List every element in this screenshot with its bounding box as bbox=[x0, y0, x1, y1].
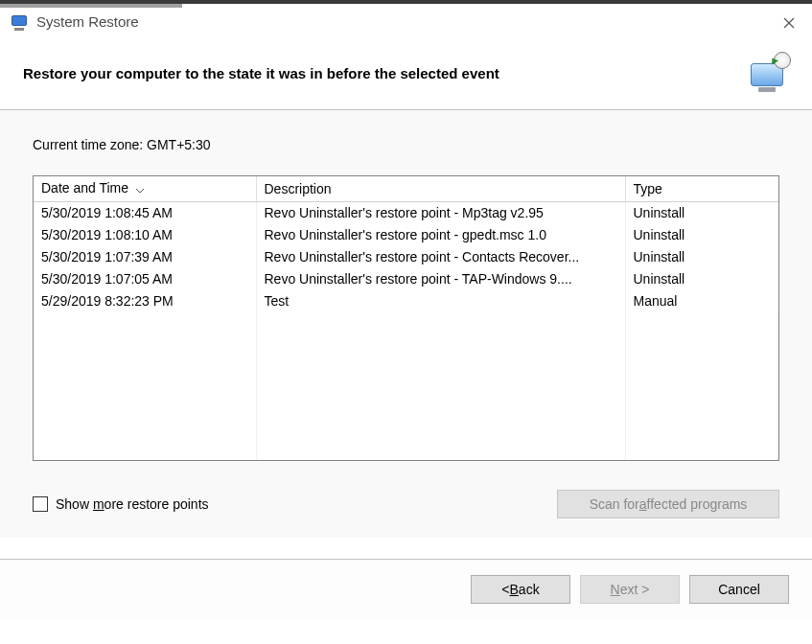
table-cell-empty bbox=[34, 422, 256, 444]
wizard-footer: < Back Next > Cancel bbox=[0, 560, 812, 619]
back-button[interactable]: < Back bbox=[471, 575, 570, 604]
column-header-description-label: Description bbox=[265, 181, 332, 196]
table-row[interactable]: 5/30/2019 1:08:45 AMRevo Uninstaller's r… bbox=[34, 201, 778, 223]
table-cell-empty bbox=[34, 400, 256, 422]
table-cell-empty bbox=[625, 378, 778, 400]
table-row-empty bbox=[34, 334, 778, 356]
close-button[interactable] bbox=[777, 12, 800, 34]
table-cell-empty bbox=[34, 334, 256, 356]
table-cell: Manual bbox=[625, 289, 778, 311]
table-row-empty bbox=[34, 444, 778, 461]
timezone-label: Current time zone: GMT+5:30 bbox=[33, 137, 779, 152]
titlebar-border-accent bbox=[0, 4, 182, 8]
table-cell-empty bbox=[256, 422, 625, 444]
table-row[interactable]: 5/30/2019 1:07:39 AMRevo Uninstaller's r… bbox=[34, 245, 778, 267]
header: Restore your computer to the state it wa… bbox=[0, 38, 812, 109]
table-cell-empty bbox=[34, 444, 256, 461]
below-table-row: Show more restore points Scan for affect… bbox=[33, 490, 779, 518]
table-cell-empty bbox=[256, 311, 625, 334]
system-restore-icon bbox=[10, 12, 29, 31]
table-cell-empty bbox=[256, 356, 625, 378]
table-cell-empty bbox=[34, 311, 256, 334]
table-cell-empty bbox=[34, 356, 256, 378]
table-cell-empty bbox=[625, 311, 778, 334]
content-area: Current time zone: GMT+5:30 Date and Tim… bbox=[0, 110, 812, 538]
table-cell: Uninstall bbox=[625, 267, 778, 289]
table-cell: Revo Uninstaller's restore point - TAP-W… bbox=[256, 267, 625, 289]
table-cell: Test bbox=[256, 289, 625, 311]
table-cell: Uninstall bbox=[625, 201, 778, 223]
show-more-label: Show more restore points bbox=[56, 496, 209, 512]
show-more-checkbox[interactable]: Show more restore points bbox=[33, 496, 209, 512]
restore-monitor-icon bbox=[749, 54, 789, 92]
column-header-type[interactable]: Type bbox=[625, 176, 778, 201]
window-title: System Restore bbox=[36, 13, 139, 30]
table-row-empty bbox=[34, 378, 778, 400]
table-cell: Revo Uninstaller's restore point - Mp3ta… bbox=[256, 201, 625, 223]
next-button: Next > bbox=[580, 575, 680, 604]
table-row[interactable]: 5/30/2019 1:07:05 AMRevo Uninstaller's r… bbox=[34, 267, 778, 289]
table-cell: 5/29/2019 8:32:23 PM bbox=[34, 289, 256, 311]
table-cell-empty bbox=[256, 378, 625, 400]
table-cell: 5/30/2019 1:07:39 AM bbox=[34, 245, 256, 267]
restore-points-table[interactable]: Date and Time Description Type 5/30/2019… bbox=[33, 175, 779, 461]
table-cell: Revo Uninstaller's restore point - Conta… bbox=[256, 245, 625, 267]
table-cell-empty bbox=[625, 334, 778, 356]
checkbox-box-icon bbox=[33, 496, 48, 512]
table-cell: Uninstall bbox=[625, 245, 778, 267]
titlebar: System Restore bbox=[0, 0, 812, 38]
table-cell-empty bbox=[625, 444, 778, 461]
table-cell-empty bbox=[625, 400, 778, 422]
table-row-empty bbox=[34, 400, 778, 422]
scan-affected-programs-button: Scan for affected programs bbox=[557, 490, 779, 518]
table-cell-empty bbox=[34, 378, 256, 400]
table-cell-empty bbox=[256, 400, 625, 422]
table-cell-empty bbox=[256, 334, 625, 356]
column-header-date-label: Date and Time bbox=[41, 180, 128, 196]
column-header-type-label: Type bbox=[634, 181, 662, 196]
table-cell-empty bbox=[625, 422, 778, 444]
table-cell: 5/30/2019 1:07:05 AM bbox=[34, 267, 256, 289]
column-header-date[interactable]: Date and Time bbox=[34, 176, 256, 201]
table-cell-empty bbox=[256, 444, 625, 461]
table-cell-empty bbox=[625, 356, 778, 378]
table-row[interactable]: 5/30/2019 1:08:10 AMRevo Uninstaller's r… bbox=[34, 223, 778, 245]
table-cell: 5/30/2019 1:08:45 AM bbox=[34, 201, 256, 223]
table-row-empty bbox=[34, 422, 778, 444]
cancel-button[interactable]: Cancel bbox=[689, 575, 789, 604]
table-row-empty bbox=[34, 311, 778, 334]
table-cell: Revo Uninstaller's restore point - gpedt… bbox=[256, 223, 625, 245]
column-header-description[interactable]: Description bbox=[256, 176, 625, 201]
table-row[interactable]: 5/29/2019 8:32:23 PMTestManual bbox=[34, 289, 778, 311]
table-row-empty bbox=[34, 356, 778, 378]
page-heading: Restore your computer to the state it wa… bbox=[23, 65, 499, 81]
table-cell: 5/30/2019 1:08:10 AM bbox=[34, 223, 256, 245]
sort-descending-icon bbox=[135, 181, 145, 196]
table-cell: Uninstall bbox=[625, 223, 778, 245]
